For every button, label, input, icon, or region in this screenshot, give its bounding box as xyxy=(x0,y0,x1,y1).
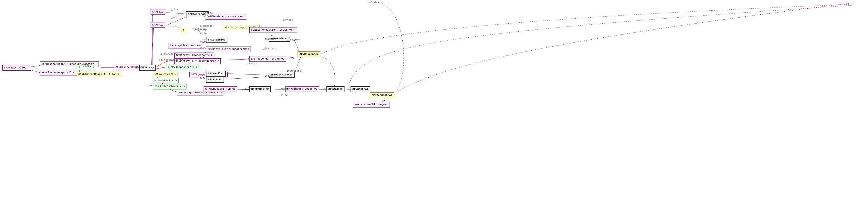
node-t-template[interactable]: T xyxy=(181,28,186,33)
node-sfyrgbcolor-rgbrec[interactable]: SFYRGBColor::RGBRec xyxy=(204,86,237,92)
label-uclip: _uclip xyxy=(198,32,207,35)
edges-svg xyxy=(0,0,868,209)
node-sfxarray-v[interactable]: SFXArray< V > xyxy=(154,71,178,77)
node-static-exception-sfcerror[interactable]: static_exception< SFCError > xyxy=(249,27,297,33)
node-sfxgraphics[interactable]: SFXGraphics xyxy=(206,37,227,43)
label-graphics: _graphics xyxy=(263,38,276,40)
node-sfaclusterheap-alloc[interactable]: SFAClusterHeap< Alloc > xyxy=(40,70,80,76)
label-render: _render xyxy=(204,11,214,14)
label-cache: _cache xyxy=(198,47,207,50)
node-sfycontrol[interactable]: SFYControl xyxy=(350,86,370,92)
label-translate: _translate xyxy=(191,28,205,30)
label-color-2: _color xyxy=(321,88,330,90)
label-origin: _origin xyxy=(171,17,181,19)
node-sfxgrid[interactable]: SFXGrid xyxy=(151,22,165,28)
node-sfydistributer-contextrec[interactable]: SFYDistributer::ContextRec xyxy=(206,47,251,52)
node-sfaheap-alloc[interactable]: SFAHeap< Alloc > xyxy=(2,65,31,71)
label-child-1: _child xyxy=(246,58,255,60)
label-renderer: _renderer xyxy=(287,38,300,41)
node-sfytracer[interactable]: SFYTracer xyxy=(206,77,224,83)
label-node-1: _node xyxy=(198,57,205,59)
node-sfyhandler[interactable]: SFYHandler xyxy=(206,71,226,77)
label-buffer: _buffer xyxy=(132,66,143,68)
diagram-container: SFAHeap< Alloc > SFAClusterHeap< SFDdebu… xyxy=(0,0,868,209)
label-node-3: _node xyxy=(198,77,205,79)
label-update: _update xyxy=(204,14,214,17)
label-context: _context xyxy=(281,19,293,22)
svg-line-6 xyxy=(166,12,187,14)
node-noderecptr-templ[interactable]: < NodeRecPtr > xyxy=(153,78,179,83)
label-font: _font xyxy=(198,41,205,43)
label-background: _background_ xyxy=(279,88,296,90)
label-tracer: _tracer xyxy=(263,75,273,78)
node-sfyresponderptr-templ[interactable]: < SFYResponderPtr > xyxy=(166,65,199,70)
label-color-1: _color xyxy=(244,88,252,90)
svg-line-33 xyxy=(151,28,154,66)
label-dcontext: _dcontext xyxy=(263,48,276,50)
label-cacherecptr: < CacheRecPtr > xyxy=(160,53,182,56)
label-node-2: _node xyxy=(198,73,205,76)
label-distributer: _distributer xyxy=(285,70,302,72)
node-sfytabcontrol[interactable]: SFYTabControl xyxy=(370,92,394,98)
label-rccontext: _rcContext xyxy=(366,1,381,4)
label-global: _global xyxy=(204,18,214,21)
label-sfycontainerptr: < SFYContainerPtr > xyxy=(147,84,174,87)
label-size: _size xyxy=(171,8,178,11)
node-sfyrgbcolor[interactable]: SFYRGBColor xyxy=(249,86,271,92)
label-sfyresponderptr: < SFYResponderPtr > xyxy=(158,59,186,61)
node-sfxsize[interactable]: SFXSize xyxy=(151,9,165,15)
label-handler: _handler xyxy=(246,62,258,65)
label-key: _key xyxy=(369,102,375,105)
label-exception: _exception xyxy=(198,25,213,28)
node-sfxclusterheap-t-alloc[interactable]: SFXClusterHeap< T, Alloc > xyxy=(76,71,121,77)
label-child-2: _child xyxy=(279,94,288,97)
node-sfyresponder[interactable]: SFYResponder xyxy=(298,51,320,57)
label-flag: _flag xyxy=(287,56,294,59)
label-uint32: < Uint32 > xyxy=(78,64,92,66)
